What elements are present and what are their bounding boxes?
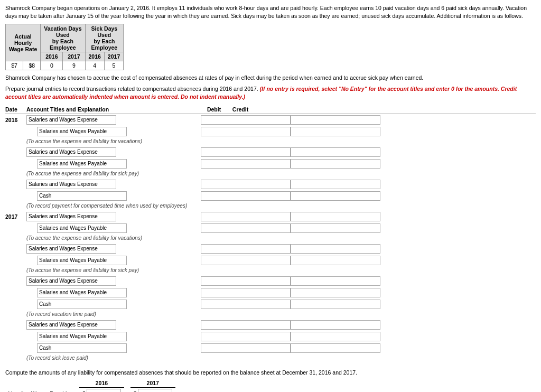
debit-input[interactable] (201, 288, 291, 297)
credit-input[interactable] (291, 300, 380, 309)
credit-input[interactable] (291, 256, 380, 265)
account-cell (26, 212, 201, 221)
account-cell (26, 180, 201, 189)
account-cell (26, 159, 201, 169)
debit-input[interactable] (201, 244, 291, 254)
credit-input[interactable] (291, 159, 380, 169)
account-input[interactable] (26, 244, 116, 254)
journal-row (5, 179, 536, 190)
compute-title: Compute the amounts of any liability for… (5, 369, 536, 376)
account-input[interactable] (37, 343, 127, 353)
account-input[interactable] (37, 332, 127, 341)
compute-table: 2016 2017 Vacation Wages Payable $ $ (5, 379, 175, 392)
account-input[interactable] (26, 320, 116, 330)
account-cell (26, 320, 201, 330)
debit-input[interactable] (201, 180, 291, 189)
credit-input[interactable] (291, 147, 380, 157)
debit-input[interactable] (201, 320, 291, 330)
year-2017-label: 2017 (5, 213, 26, 220)
vac-2017-header: 2017 (63, 52, 85, 61)
journal-row (5, 243, 536, 255)
empty-label (5, 379, 79, 388)
credit-col-header: Credit (227, 106, 254, 113)
vac-2016-header: 2016 (41, 52, 63, 61)
debit-input[interactable] (201, 147, 291, 157)
credit-input[interactable] (291, 288, 380, 297)
account-col-header: Account Titles and Explanation (26, 106, 201, 113)
account-cell (26, 127, 201, 136)
debit-input[interactable] (201, 332, 291, 341)
journal-row (5, 126, 536, 137)
debit-input[interactable] (201, 276, 291, 286)
data-table: ActualHourlyWage Rate Vacation DaysUsedb… (5, 24, 124, 70)
debit-input[interactable] (201, 159, 291, 169)
date-col-header: Date (5, 106, 26, 113)
credit-input[interactable] (291, 212, 380, 221)
journal-row (5, 255, 536, 266)
debit-input[interactable] (201, 300, 291, 309)
account-input[interactable] (37, 288, 127, 297)
journal-note: (To record payment for compensated time … (5, 202, 536, 211)
debit-input[interactable] (201, 127, 291, 136)
vacation-header: Vacation DaysUsedby EachEmployee (41, 24, 85, 52)
credit-input[interactable] (291, 332, 380, 341)
account-cell (26, 300, 201, 309)
account-input[interactable] (26, 276, 116, 286)
journal-row (5, 287, 536, 298)
actual-header: ActualHourlyWage Rate (6, 24, 41, 61)
account-cell (26, 115, 201, 125)
journal-note: (To accrue the expense and liability for… (5, 234, 536, 243)
journal-row (5, 158, 536, 170)
debit-input[interactable] (201, 256, 291, 265)
intro-text: Shamrock Company began operations on Jan… (5, 4, 536, 20)
sick-header: Sick DaysUsedby EachEmployee (85, 24, 124, 52)
journal-row (5, 319, 536, 331)
account-input[interactable] (37, 159, 127, 169)
year-2016-label: 2016 (5, 117, 26, 123)
account-input[interactable] (26, 180, 116, 189)
debit-input[interactable] (201, 191, 291, 201)
credit-input[interactable] (291, 276, 380, 286)
account-input[interactable] (26, 115, 116, 125)
account-input[interactable] (37, 191, 127, 201)
debit-input[interactable] (201, 223, 291, 233)
compute-2017-header: 2017 (130, 379, 175, 388)
debit-input[interactable] (201, 343, 291, 353)
sick-2017-val: 5 (104, 61, 123, 70)
debit-input[interactable] (201, 212, 291, 221)
credit-input[interactable] (291, 223, 380, 233)
credit-input[interactable] (291, 244, 380, 254)
credit-input[interactable] (291, 180, 380, 189)
journal-row (5, 331, 536, 342)
credit-input[interactable] (291, 115, 380, 125)
shamrock-note: Shamrock Company has chosen to accrue th… (5, 74, 536, 81)
vac-2017-val: 9 (63, 61, 85, 70)
credit-input[interactable] (291, 191, 380, 201)
compute-section: Compute the amounts of any liability for… (5, 369, 536, 392)
vacation-2017-input[interactable] (138, 389, 172, 392)
vacation-2016-input[interactable] (87, 389, 121, 392)
account-cell (26, 332, 201, 341)
credit-input[interactable] (291, 320, 380, 330)
sick-2016-val: 4 (85, 61, 104, 70)
debit-input[interactable] (201, 115, 291, 125)
journal-note: (To accrue the expense and liability for… (5, 266, 536, 275)
account-input[interactable] (37, 300, 127, 309)
credit-input[interactable] (291, 343, 380, 353)
credit-input[interactable] (291, 127, 380, 136)
account-input[interactable] (37, 223, 127, 233)
account-input[interactable] (37, 256, 127, 265)
journal-section: Date Account Titles and Explanation Debi… (5, 105, 536, 363)
account-input[interactable] (26, 147, 116, 157)
account-input[interactable] (37, 127, 127, 136)
journal-row (5, 342, 536, 354)
instruction-line1: Prepare journal entries to record transa… (5, 86, 258, 92)
vac-2016-val: 0 (41, 61, 63, 70)
account-input[interactable] (26, 212, 116, 221)
sick-2016-header: 2016 (85, 52, 104, 61)
journal-row (5, 275, 536, 287)
instruction-text: Prepare journal entries to record transa… (5, 85, 536, 100)
debit-col-header: Debit (201, 106, 227, 113)
journal-row (5, 146, 536, 158)
journal-row: 2016 (5, 114, 536, 126)
